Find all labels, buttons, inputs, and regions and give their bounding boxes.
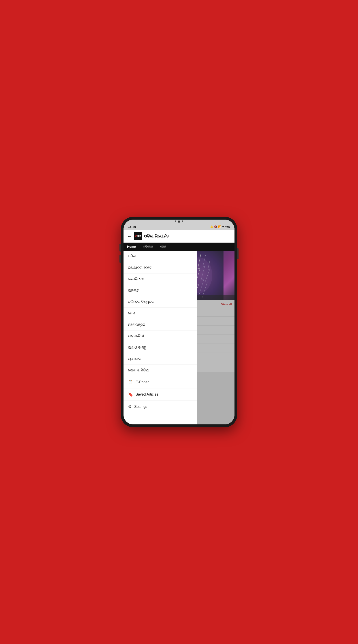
camera-lens [178, 220, 180, 223]
bookmark-icon: 🔖 [128, 392, 133, 397]
camera-area [124, 220, 234, 223]
tab-bidesh[interactable]: ଶବିଦେଶ [139, 242, 157, 251]
battery-text: 49% [225, 226, 230, 228]
volume-up-button[interactable] [120, 244, 121, 252]
drawer-item-khela[interactable]: ଖେଳ [124, 308, 197, 319]
camera-dot-2 [182, 220, 183, 222]
phone-screen: 15:40 🔔 🔇 📶 ✈ 49% ← ⊙ OR ଓଡ଼ିଶା ରିପୋର୍ଟର… [124, 220, 234, 424]
drawer-item-settings[interactable]: ⚙ Settings [124, 401, 197, 413]
tab-khela[interactable]: ଖେଳ [157, 242, 170, 251]
airplane-icon: ✈ [222, 226, 224, 228]
wifi-icon: 📶 [218, 226, 221, 228]
navigation-drawer: ଓଡ଼ିଶା ରଥଯାତ୍ରା ୨୦୧୯ ଦେଶବିଦେଶ ରାଜନୀତି କ୍… [124, 251, 197, 424]
volume-down-button[interactable] [120, 255, 121, 263]
camera-dot [175, 220, 176, 222]
alarm-icon: 🔔 [210, 226, 213, 228]
drawer-item-special[interactable]: ସ୍ପେଶାଲ [124, 353, 197, 365]
power-button[interactable] [237, 248, 238, 260]
drawer-item-saved[interactable]: 🔖 Saved Articles [124, 388, 197, 401]
tab-home[interactable]: Home [124, 242, 139, 251]
settings-icon: ⚙ [128, 404, 132, 409]
app-logo: ⊙ OR [134, 232, 142, 240]
drawer-item-odisha[interactable]: ଓଡ଼ିଶା [124, 251, 197, 262]
drawer-item-epaper[interactable]: 📋 E-Paper [124, 376, 197, 388]
drawer-item-manoranjan[interactable]: ମନୋରଞ୍ଜନ [124, 319, 197, 330]
drawer-item-social[interactable]: ସୋଶାଲ ମିଡ଼ିଆ [124, 365, 197, 376]
drawer-item-deshavidesh[interactable]: ଦେଶବିଦେଶ [124, 274, 197, 285]
mute-icon: 🔇 [214, 226, 217, 228]
phone-frame: 15:40 🔔 🔇 📶 ✈ 49% ← ⊙ OR ଓଡ଼ିଶା ରିପୋର୍ଟର… [121, 217, 237, 427]
drawer-item-rajniti[interactable]: ରାଜନୀତି [124, 285, 197, 296]
drawer-item-rashi[interactable]: ରାଶି ଓ ବାସ୍ତୁ [124, 342, 197, 353]
epaper-icon: 📋 [128, 380, 133, 384]
drawer-backdrop[interactable] [197, 251, 234, 424]
back-button[interactable]: ← [127, 234, 132, 239]
drawer-item-rathyatra[interactable]: ରଥଯାତ୍ରା ୨୦୧୯ [124, 262, 197, 274]
app-title: ଓଡ଼ିଶା ରିପୋର୍ଟର [144, 234, 169, 238]
category-tabs: Home ଶବିଦେଶ ଖେଳ [124, 242, 234, 251]
drawer-item-cricket[interactable]: କ୍ରିକେଟ ବିଶ୍ୱକପ [124, 296, 197, 308]
status-time: 15:40 [128, 225, 136, 228]
top-bar: ← ⊙ OR ଓଡ଼ିଶା ରିପୋର୍ଟର [124, 230, 234, 242]
status-bar: 15:40 🔔 🔇 📶 ✈ 49% [124, 223, 234, 230]
status-icons: 🔔 🔇 📶 ✈ 49% [210, 226, 230, 228]
drawer-item-jeeban[interactable]: ଜୀବନଶୈଳୀ [124, 330, 197, 342]
content-area: ପ୍ରଭାବ; ସଟକ ... View all ଟ; ସଟକ ନଳ ପା...… [124, 251, 234, 424]
